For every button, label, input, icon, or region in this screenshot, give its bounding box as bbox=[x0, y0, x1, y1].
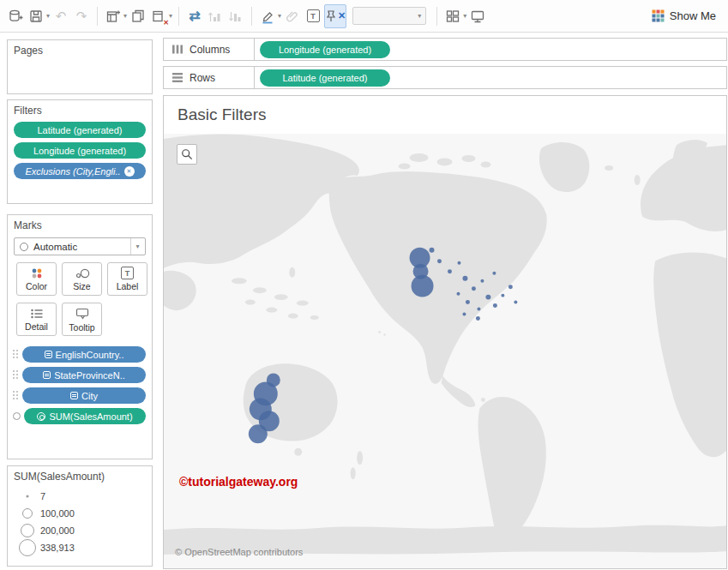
map-mark[interactable] bbox=[249, 424, 268, 443]
presentation-icon bbox=[470, 9, 485, 24]
drag-handle-icon[interactable] bbox=[13, 391, 19, 400]
filters-title: Filters bbox=[8, 100, 152, 117]
chevron-down-icon: ▾ bbox=[135, 243, 139, 250]
rows-pill-latitude[interactable]: Latitude (generated) bbox=[260, 69, 390, 87]
marks-pill-salesamount[interactable]: SUM(SalesAmount) bbox=[24, 408, 146, 424]
mark-type-dropdown[interactable]: Automatic ▾ bbox=[14, 237, 146, 255]
marks-pill-englishcountry[interactable]: EnglishCountry.. bbox=[22, 346, 146, 363]
highlight-caret-icon[interactable]: ▾ bbox=[278, 12, 281, 20]
columns-pill-longitude[interactable]: Longitude (generated) bbox=[260, 41, 390, 58]
paperclip-icon bbox=[285, 9, 300, 24]
color-button[interactable]: Color bbox=[16, 262, 57, 296]
legend-item[interactable]: 7 bbox=[15, 488, 152, 505]
detail-button[interactable]: Detail bbox=[16, 303, 57, 336]
map-mark[interactable] bbox=[477, 308, 480, 311]
rows-pill-label: Latitude (generated) bbox=[282, 73, 367, 83]
legend-label: 338,913 bbox=[40, 543, 75, 553]
filter-pill-longitude[interactable]: Longitude (generated) bbox=[14, 142, 146, 159]
map-mark[interactable] bbox=[501, 294, 504, 297]
map-mark[interactable] bbox=[462, 313, 466, 316]
map-mark[interactable] bbox=[448, 269, 452, 273]
new-worksheet-caret-icon[interactable]: ▾ bbox=[123, 12, 127, 20]
marks-title: Marks bbox=[8, 215, 152, 231]
label-button-label: Label bbox=[117, 281, 139, 291]
legend-label: 200,000 bbox=[40, 525, 75, 536]
new-worksheet-button[interactable] bbox=[104, 5, 123, 27]
swap-rows-columns-button[interactable]: ⇄ bbox=[185, 5, 204, 27]
filter-pill-exclusions[interactable]: Exclusions (City,Engli.. ✕ bbox=[14, 163, 146, 179]
map-mark[interactable] bbox=[437, 259, 442, 263]
map-mark[interactable] bbox=[412, 275, 434, 297]
filters-card: Filters Latitude (generated) Longitude (… bbox=[7, 99, 153, 204]
legend-label: 7 bbox=[40, 491, 45, 501]
cards-caret-icon[interactable]: ▾ bbox=[463, 12, 466, 20]
map-search-button[interactable] bbox=[177, 144, 197, 165]
mark-type-caret[interactable]: ▾ bbox=[130, 238, 145, 255]
save-caret-icon[interactable]: ▾ bbox=[46, 12, 50, 20]
marks-pill-city[interactable]: City bbox=[22, 387, 146, 404]
show-hide-cards-button[interactable] bbox=[443, 5, 462, 27]
map-mark[interactable] bbox=[514, 301, 517, 304]
clear-sheet-button[interactable]: ✕ bbox=[149, 5, 168, 27]
filter-pill-longitude-label: Longitude (generated) bbox=[33, 146, 126, 156]
size-handle-icon[interactable] bbox=[13, 412, 21, 420]
highlight-button[interactable] bbox=[258, 5, 277, 27]
marks-pill-row: StateProvinceN.. bbox=[13, 367, 146, 383]
new-worksheet-icon bbox=[105, 9, 121, 24]
tooltip-icon bbox=[75, 307, 90, 321]
map-mark[interactable] bbox=[462, 276, 467, 281]
map-mark[interactable] bbox=[492, 272, 496, 275]
group-members-button bbox=[283, 5, 302, 27]
map-mark[interactable] bbox=[508, 285, 513, 289]
map-mark[interactable] bbox=[456, 292, 460, 296]
pin-button[interactable]: ✕ bbox=[324, 4, 346, 28]
show-me-label: Show Me bbox=[670, 9, 716, 22]
legend-item[interactable]: 338,913 bbox=[15, 539, 152, 556]
filters-pill-list: Latitude (generated) Longitude (generate… bbox=[8, 117, 152, 179]
show-mark-labels-button[interactable]: T bbox=[304, 5, 322, 27]
save-button[interactable] bbox=[27, 5, 45, 27]
cards-icon bbox=[445, 9, 460, 24]
show-me-button[interactable]: Show Me bbox=[652, 9, 716, 22]
toolbar-separator bbox=[436, 7, 437, 26]
rows-shelf-drop-area[interactable]: Latitude (generated) bbox=[255, 67, 726, 88]
drag-handle-icon[interactable] bbox=[13, 350, 19, 359]
map-mark[interactable] bbox=[430, 248, 435, 253]
map-view[interactable]: ©tutorialgateway.org © OpenStreetMap con… bbox=[164, 134, 726, 568]
legend-item[interactable]: 200,000 bbox=[15, 522, 152, 539]
size-role-icon bbox=[37, 412, 45, 421]
legend-circle-medium bbox=[15, 522, 40, 539]
map-mark[interactable] bbox=[466, 300, 470, 304]
sort-ascending-button bbox=[206, 5, 225, 27]
drag-handle-icon[interactable] bbox=[13, 370, 19, 380]
map-mark[interactable] bbox=[493, 303, 497, 308]
tooltip-button[interactable]: Tooltip bbox=[62, 303, 102, 336]
clear-sheet-caret-icon[interactable]: ▾ bbox=[169, 12, 172, 20]
columns-shelf-drop-area[interactable]: Longitude (generated) bbox=[255, 39, 726, 60]
marks-pill-city-label: City bbox=[81, 391, 98, 401]
detail-role-icon bbox=[70, 392, 78, 399]
map-mark[interactable] bbox=[472, 286, 476, 291]
presentation-mode-button[interactable] bbox=[468, 5, 487, 27]
map-mark[interactable] bbox=[457, 261, 460, 265]
size-button[interactable]: Size bbox=[62, 262, 102, 296]
save-icon bbox=[28, 9, 44, 24]
label-button[interactable]: T Label bbox=[107, 262, 147, 296]
legend-item[interactable]: 100,000 bbox=[15, 505, 152, 522]
mark-type-label: Automatic bbox=[33, 242, 130, 252]
toolbar-separator bbox=[251, 7, 252, 26]
map-mark[interactable] bbox=[485, 295, 490, 300]
duplicate-sheet-button[interactable] bbox=[129, 5, 147, 27]
marks-pill-stateprovince[interactable]: StateProvinceN.. bbox=[22, 367, 146, 383]
show-me-icon bbox=[652, 9, 665, 22]
filter-pill-latitude[interactable]: Latitude (generated) bbox=[14, 122, 146, 138]
filter-pill-latitude-label: Latitude (generated) bbox=[37, 125, 122, 135]
legend-items: 7 100,000 200,000 bbox=[8, 483, 152, 556]
worksheet-view: Basic Filters bbox=[163, 95, 727, 569]
map-mark[interactable] bbox=[476, 316, 480, 321]
marks-pill-row: City bbox=[13, 387, 146, 404]
marks-pill-row: EnglishCountry.. bbox=[13, 346, 146, 363]
map-mark[interactable] bbox=[480, 279, 484, 283]
new-datasource-button[interactable] bbox=[6, 5, 25, 27]
clear-x-icon: ✕ bbox=[163, 19, 169, 27]
